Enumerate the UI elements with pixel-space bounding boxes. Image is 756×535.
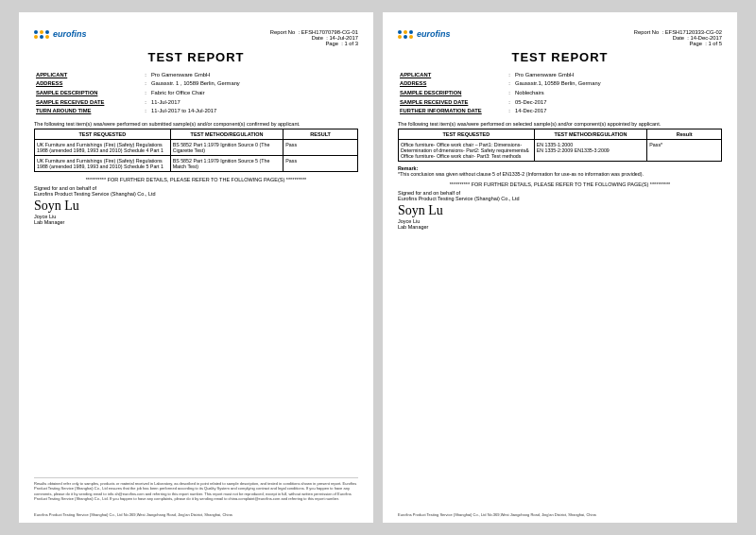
page-value-2: 1 of 5 <box>708 41 722 46</box>
footer-address-1: Eurofins Product Testing Service (Shangh… <box>34 512 358 517</box>
test-result-1: Pass <box>284 139 358 155</box>
page-label: Page <box>312 41 338 46</box>
report-info-2: Report No : EFSH17120333-CG-02 Date : 14… <box>632 29 722 46</box>
table-row: UK Furniture and Furnishings (Fire) (Saf… <box>35 139 358 155</box>
footer-disclaimer-1: Results obtained refer only to samples, … <box>34 477 358 502</box>
logo-dot-yellow <box>45 35 49 39</box>
logo-dot-yellow <box>409 35 413 39</box>
logo-dot <box>404 35 407 39</box>
report-title-2: TEST REPORT <box>398 50 722 64</box>
page-row-2: Page : 1 of 5 <box>632 41 722 46</box>
info-row-applicant-2: APPLICANT : Pro Gamersware GmbH <box>400 71 720 78</box>
info-table-2: APPLICANT : Pro Gamersware GmbH ADDRESS … <box>398 69 722 116</box>
test-requested-r2: Office furniture- Office work chair – Pa… <box>399 139 535 161</box>
field-value: Noblechairs <box>515 89 720 96</box>
field-value: Fabric for Office Chair <box>151 89 356 96</box>
report-page-1: eurofins Report No : EFSH17070798-CG-01 … <box>19 12 373 523</box>
test-table-1: TEST REQUESTED TEST METHOD/REGULATION RE… <box>34 129 358 172</box>
logo-dot-yellow <box>404 30 407 34</box>
company-text-1: Eurofins Product Testing Service (Shangh… <box>34 191 358 197</box>
field-value: Gaussstr.1, 10589 Berlin, Germany <box>515 80 720 88</box>
remark-text: *This conclusion was given without claus… <box>398 171 644 177</box>
info-row-sample-desc: SAMPLE DESCRIPTION : Fabric for Office C… <box>36 89 356 96</box>
info-row-received: SAMPLE RECEIVED DATE : 11-Jul-2017 <box>36 98 356 106</box>
logo-text-2: eurofins <box>417 29 451 39</box>
th-method: TEST METHOD/REGULATION <box>170 129 284 139</box>
logo-dot-yellow <box>40 30 43 34</box>
logo-dots-2 <box>398 30 414 39</box>
info-table-1: APPLICANT : Pro Gamersware GmbH ADDRESS … <box>34 69 358 116</box>
address-text-2: Eurofins Product Testing Service (Shangh… <box>398 512 596 517</box>
remark-section: Remark: *This conclusion was given witho… <box>398 165 722 177</box>
test-method-2: BS 5852 Part 1:1979 Ignition Source 5 (T… <box>170 155 284 171</box>
logo-dot-yellow <box>34 35 38 39</box>
field-value: 11-Jul-2017 to 14-Jul-2017 <box>151 107 356 114</box>
info-row-turnaround: TURN AROUND TIME : 11-Jul-2017 to 14-Jul… <box>36 107 356 114</box>
test-requested-1: UK Furniture and Furnishings (Fire) (Saf… <box>35 139 171 155</box>
signature-2: Soyn Lu <box>398 204 722 217</box>
further-details-1: ********** FOR FURTHER DETAILS, PLEASE R… <box>34 177 358 182</box>
field-value: Pro Gamersware GmbH <box>151 71 356 78</box>
page-value: 1 of 3 <box>344 41 358 46</box>
page-row: Page : 1 of 3 <box>268 41 358 46</box>
field-label: SAMPLE DESCRIPTION <box>36 89 140 96</box>
eurofins-logo-2: eurofins <box>398 29 451 39</box>
eurofins-logo-1: eurofins <box>34 29 87 39</box>
test-method-r2: EN 1335-1:2000EN 1335-2:2009 EN1335-3:20… <box>534 139 647 161</box>
test-table-2: TEST REQUESTED TEST METHOD/REGULATION Re… <box>398 129 722 162</box>
field-value: Gaussstr. 1 , 10589 Berlin, Germany <box>151 80 356 88</box>
intro-text-2: The following test item(s) was/were perf… <box>398 121 722 127</box>
logo-dot <box>45 30 49 34</box>
signature-1: Soyn Lu <box>34 199 358 213</box>
report-no-label-2: Report No <box>632 29 659 35</box>
logo-dot-yellow <box>398 35 402 39</box>
report-title-1: TEST REPORT <box>34 50 358 64</box>
field-label: ADDRESS <box>400 80 504 88</box>
logo-dots-1 <box>34 30 50 39</box>
footer-address-2: Eurofins Product Testing Service (Shangh… <box>398 512 722 517</box>
field-label: SAMPLE DESCRIPTION <box>400 89 504 96</box>
field-value: 11-Jul-2017 <box>151 98 356 106</box>
signed-section-2: Signed for and on behalf of Eurofins Pro… <box>398 190 722 230</box>
info-row-sample-desc-2: SAMPLE DESCRIPTION : Noblechairs <box>400 89 720 96</box>
signed-section-1: Signed for and on behalf of Eurofins Pro… <box>34 185 358 225</box>
info-row-further-info: FURTHER INFORMATION DATE : 14-Dec-2017 <box>400 107 720 114</box>
info-row-applicant: APPLICANT : Pro Gamersware GmbH <box>36 71 356 78</box>
title-section-2: TEST REPORT <box>398 50 722 64</box>
field-label: FURTHER INFORMATION DATE <box>400 107 504 114</box>
field-label: APPLICANT <box>400 71 504 78</box>
test-result-r2: Pass* <box>647 139 722 161</box>
test-table-header-row-2: TEST REQUESTED TEST METHOD/REGULATION Re… <box>399 129 722 139</box>
field-value: 14-Dec-2017 <box>515 107 720 114</box>
field-value: 05-Dec-2017 <box>515 98 720 106</box>
page-label-2: Page <box>676 41 702 46</box>
info-row-received-2: SAMPLE RECEIVED DATE : 05-Dec-2017 <box>400 98 720 106</box>
test-method-1: BS 5852 Part 1:1979 Ignition Source 0 (T… <box>170 139 284 155</box>
th-result: RESULT <box>284 129 358 139</box>
report-info-1: Report No : EFSH17070798-CG-01 Date : 14… <box>268 29 358 46</box>
field-label: SAMPLE RECEIVED DATE <box>36 98 140 106</box>
field-label: APPLICANT <box>36 71 140 78</box>
signer-title-1: Lab Manager <box>34 219 358 225</box>
th-requested-2: TEST REQUESTED <box>399 129 535 139</box>
report-page-2: eurofins Report No : EFSH17120333-CG-02 … <box>383 12 737 523</box>
logo-dot <box>409 30 413 34</box>
table-row: UK Furniture and Furnishings (Fire) (Saf… <box>35 155 358 171</box>
logo-text-1: eurofins <box>53 29 87 39</box>
th-method-2: TEST METHOD/REGULATION <box>534 129 647 139</box>
header-row-2: eurofins Report No : EFSH17120333-CG-02 … <box>398 29 722 46</box>
signer-title-2: Lab Manager <box>398 224 722 230</box>
test-table-header-row: TEST REQUESTED TEST METHOD/REGULATION RE… <box>35 129 358 139</box>
company-text-2: Eurofins Product Testing Service (Shangh… <box>398 196 722 201</box>
test-requested-2: UK Furniture and Furnishings (Fire) (Saf… <box>35 155 171 171</box>
header-row-1: eurofins Report No : EFSH17070798-CG-01 … <box>34 29 358 46</box>
address-text-1: Eurofins Product Testing Service (Shangh… <box>34 512 232 517</box>
logo-dot <box>40 35 43 39</box>
th-result-2: Result <box>647 129 722 139</box>
report-no-label: Report No <box>268 29 295 35</box>
logo-dot <box>34 30 38 34</box>
field-label: ADDRESS <box>36 80 140 88</box>
disclaimer-text-1: Results obtained refer only to samples, … <box>34 481 356 502</box>
field-label: SAMPLE RECEIVED DATE <box>400 98 504 106</box>
field-label: TURN AROUND TIME <box>36 107 140 114</box>
